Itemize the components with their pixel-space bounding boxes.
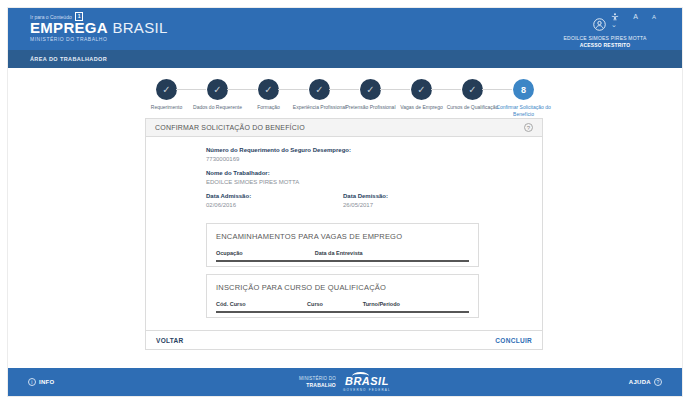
- vagas-table-header: Ocupação Data da Entrevista: [216, 250, 469, 262]
- panel-body: Número do Requerimento do Seguro Desempr…: [146, 137, 542, 330]
- ministerio-line2: TRABALHO: [299, 382, 336, 388]
- logo-primary: EMPREGA: [30, 19, 108, 36]
- admissao-field: Data Admissão: 02/06/2016: [206, 193, 343, 216]
- nav-item-area-trabalhador[interactable]: ÁREA DO TRABALHADOR: [30, 56, 107, 62]
- help-icon[interactable]: ?: [524, 123, 533, 132]
- user-name: EDOILCE SIMOES PIRES MOTTA: [564, 35, 647, 41]
- step-circle[interactable]: ✓: [360, 79, 381, 100]
- check-icon: ✓: [315, 84, 323, 95]
- panel-header: CONFIRMAR SOLICITAÇÃO DO BENEFÍCIO ?: [146, 119, 542, 137]
- step-dados-requerente[interactable]: ✓ Dados do Requerente: [192, 79, 243, 118]
- step-cursos-qualificacao[interactable]: ✓ Cursos de Qualificação: [447, 79, 498, 118]
- cursos-table: INSCRIÇÃO PARA CURSO DE QUALIFICAÇÃO Cód…: [206, 274, 479, 318]
- check-icon: ✓: [213, 84, 221, 95]
- logo-subtitle: MINISTÉRIO DO TRABALHO: [30, 37, 168, 42]
- check-icon: ✓: [468, 84, 476, 95]
- check-icon: ✓: [366, 84, 374, 95]
- cursos-table-title: INSCRIÇÃO PARA CURSO DE QUALIFICAÇÃO: [216, 283, 469, 292]
- user-menu: ⌄ EDOILCE SIMOES PIRES MOTTA ACESSO REST…: [540, 18, 670, 48]
- step-label: Vagas de Emprego: [400, 104, 442, 111]
- step-pretensao-profissional[interactable]: ✓ Pretensão Profissional: [345, 79, 396, 118]
- step-requerimento[interactable]: ✓ Requerimento: [141, 79, 192, 118]
- step-label: Formação: [257, 104, 280, 111]
- brasil-logo-text: BRASIL: [345, 376, 389, 387]
- cursos-table-header: Cód. Curso Curso Turno/Período: [216, 301, 469, 313]
- check-icon: ✓: [417, 84, 425, 95]
- ajuda-label: AJUDA: [629, 379, 651, 385]
- header: Ir para o Conteúdo 1 EMPREGA BRASIL MINI…: [8, 8, 682, 50]
- chevron-down-icon: ⌄: [611, 22, 617, 28]
- step-label: Confirmar Solicitação do Benefício: [496, 104, 552, 118]
- demissao-label: Data Demissão:: [343, 193, 480, 199]
- main-content: ✓ Requerimento ✓ Dados do Requerente ✓ F…: [8, 68, 682, 368]
- concluir-button[interactable]: CONCLUIR: [495, 337, 532, 344]
- confirmation-panel: CONFIRMAR SOLICITAÇÃO DO BENEFÍCIO ? Núm…: [145, 118, 543, 350]
- info-icon: i: [28, 378, 36, 386]
- ministerio-trabalho-wordmark: MINISTÉRIO DO TRABALHO: [299, 376, 336, 388]
- voltar-button[interactable]: VOLTAR: [156, 337, 184, 344]
- admissao-label: Data Admissão:: [206, 193, 343, 199]
- column-data-entrevista: Data da Entrevista: [315, 250, 469, 256]
- user-menu-toggle[interactable]: ⌄: [593, 18, 617, 31]
- step-confirmar-solicitacao[interactable]: 8 Confirmar Solicitação do Benefício: [498, 79, 549, 118]
- requerimento-label: Número do Requerimento do Seguro Desempr…: [206, 147, 542, 153]
- ministerio-line1: MINISTÉRIO DO: [299, 376, 336, 381]
- step-label: Requerimento: [151, 104, 182, 111]
- step-experiencia-profissional[interactable]: ✓ Experiência Profissional: [294, 79, 345, 118]
- check-icon: ✓: [264, 84, 272, 95]
- navbar: ÁREA DO TRABALHADOR: [8, 50, 682, 68]
- column-cod-curso: Cód. Curso: [216, 301, 307, 307]
- demissao-value: 26/05/2017: [343, 202, 480, 208]
- column-turno-periodo: Turno/Período: [363, 301, 469, 307]
- step-label: Dados do Requerente: [193, 104, 242, 111]
- column-ocupacao: Ocupação: [216, 250, 315, 256]
- footer: i INFO MINISTÉRIO DO TRABALHO BRASIL GOV…: [8, 368, 682, 396]
- requerimento-value: 7730000169: [206, 156, 542, 162]
- step-label: Cursos de Qualificação: [447, 104, 499, 111]
- ajuda-help-icon: ?: [654, 378, 662, 386]
- governo-federal-text: GOVERNO FEDERAL: [343, 389, 391, 392]
- step-vagas-emprego[interactable]: ✓ Vagas de Emprego: [396, 79, 447, 118]
- step-circle[interactable]: ✓: [258, 79, 279, 100]
- step-circle[interactable]: ✓: [309, 79, 330, 100]
- step-circle[interactable]: ✓: [156, 79, 177, 100]
- panel-title: CONFIRMAR SOLICITAÇÃO DO BENEFÍCIO: [155, 124, 305, 131]
- step-circle[interactable]: ✓: [207, 79, 228, 100]
- brasil-logo: BRASIL GOVERNO FEDERAL: [343, 372, 391, 392]
- page: Ir para o Conteúdo 1 EMPREGA BRASIL MINI…: [8, 8, 682, 396]
- panel-footer: VOLTAR CONCLUIR: [146, 330, 542, 349]
- dates-row: Data Admissão: 02/06/2016 Data Demissão:…: [206, 193, 542, 216]
- vagas-table-title: ENCAMINHAMENTOS PARA VAGAS DE EMPREGO: [216, 232, 469, 241]
- user-access-level: ACESSO RESTRITO: [580, 42, 631, 48]
- user-avatar-icon: [593, 18, 606, 31]
- check-icon: ✓: [162, 84, 170, 95]
- step-number: 8: [521, 85, 526, 95]
- column-curso: Curso: [307, 301, 363, 307]
- nome-value: EDOILCE SIMOES PIRES MOTTA: [206, 179, 542, 185]
- info-link[interactable]: i INFO: [28, 378, 55, 386]
- demissao-field: Data Demissão: 26/05/2017: [343, 193, 480, 216]
- logo-secondary: BRASIL: [112, 19, 167, 36]
- step-circle[interactable]: ✓: [462, 79, 483, 100]
- step-circle-active[interactable]: 8: [513, 79, 534, 100]
- step-label: Experiência Profissional: [293, 104, 346, 111]
- logo-title: EMPREGA BRASIL: [30, 20, 168, 35]
- step-circle[interactable]: ✓: [411, 79, 432, 100]
- wizard-stepper: ✓ Requerimento ✓ Dados do Requerente ✓ F…: [8, 79, 682, 118]
- ajuda-link[interactable]: AJUDA ?: [629, 378, 662, 386]
- step-label: Pretensão Profissional: [345, 104, 395, 111]
- nome-label: Nome do Trabalhador:: [206, 170, 542, 176]
- step-formacao[interactable]: ✓ Formação: [243, 79, 294, 118]
- info-label: INFO: [39, 379, 55, 385]
- vagas-table: ENCAMINHAMENTOS PARA VAGAS DE EMPREGO Oc…: [206, 223, 479, 267]
- admissao-value: 02/06/2016: [206, 202, 343, 208]
- footer-branding: MINISTÉRIO DO TRABALHO BRASIL GOVERNO FE…: [299, 372, 391, 392]
- logo[interactable]: EMPREGA BRASIL MINISTÉRIO DO TRABALHO: [30, 20, 168, 42]
